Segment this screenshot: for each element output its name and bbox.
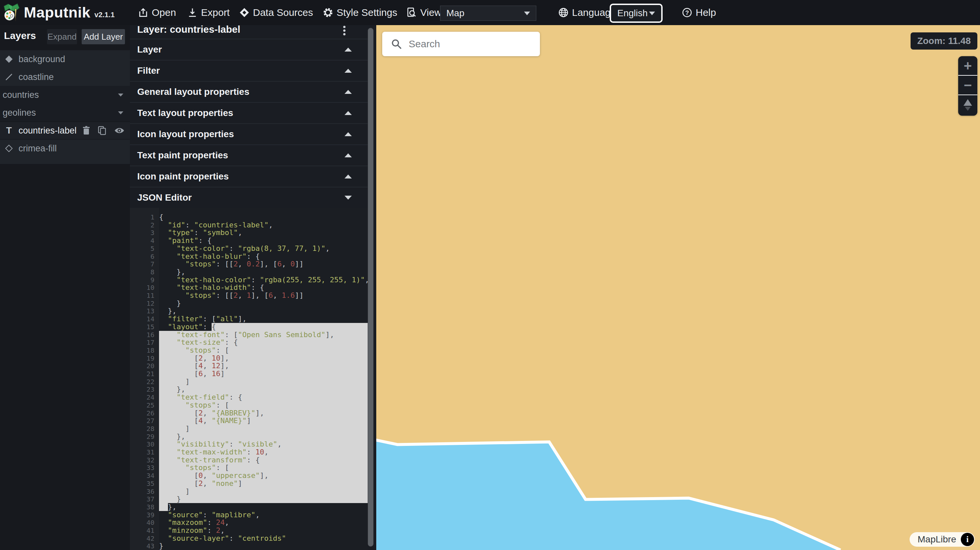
section-general-layout-properties[interactable]: General layout properties	[130, 81, 368, 102]
code-line-19[interactable]: [2, 10],	[159, 354, 368, 362]
expand-button[interactable]: Expand	[47, 29, 77, 44]
delete-icon[interactable]	[82, 126, 90, 135]
export-menu-item[interactable]: Export	[187, 7, 230, 18]
code-line-26[interactable]: [2, "{ABBREV}"],	[159, 409, 368, 417]
code-line-6[interactable]: "text-halo-blur": {	[159, 253, 368, 261]
layer-row-background[interactable]: background	[0, 50, 130, 68]
code-line-13[interactable]: },	[159, 307, 368, 315]
language-menu-item: Language	[558, 7, 616, 18]
code-line-10[interactable]: "text-halo-width": {	[159, 284, 368, 291]
code-line-17[interactable]: "text-size": {	[159, 339, 368, 347]
code-line-38[interactable]: },	[159, 503, 368, 511]
view-icon	[406, 7, 417, 18]
json-editor[interactable]: 1234567891011121314151617181920212223242…	[130, 208, 368, 550]
layer-row-geolines[interactable]: geolines	[0, 104, 130, 122]
line-number: 30	[135, 440, 154, 448]
layer-row-coastline[interactable]: coastline	[0, 68, 130, 86]
visibility-icon[interactable]	[114, 127, 125, 134]
code-line-30[interactable]: "visibility": "visible",	[159, 440, 368, 448]
chevron-down-icon[interactable]	[118, 111, 123, 114]
code-line-11[interactable]: "stops": [[2, 1], [6, 1.6]]	[159, 291, 368, 299]
map-canvas[interactable]: Zoom: 11.48 + − MapLibre i	[376, 25, 980, 550]
code-line-22[interactable]: ]	[159, 378, 368, 386]
json-editor-gutter: 1234567891011121314151617181920212223242…	[130, 208, 159, 550]
style-settings-menu-item[interactable]: Style Settings	[323, 7, 397, 18]
code-line-37[interactable]: }	[159, 495, 368, 503]
map-search-box[interactable]	[382, 32, 540, 56]
code-line-39[interactable]: "source": "maplibre",	[159, 511, 368, 519]
code-line-4[interactable]: "paint": {	[159, 237, 368, 245]
code-line-43[interactable]: }	[159, 542, 368, 550]
layer-row-countries-label[interactable]: Tcountries-label	[0, 122, 130, 140]
view-menu-item: View	[406, 7, 441, 18]
data-sources-menu-item[interactable]: Data Sources	[239, 7, 313, 18]
line-number: 13	[135, 307, 154, 315]
panel-scrollbar[interactable]	[368, 28, 374, 547]
layer-row-crimea-fill[interactable]: crimea-fill	[0, 140, 130, 157]
code-line-23[interactable]: },	[159, 385, 368, 393]
code-line-35[interactable]: [2, "none"]	[159, 480, 368, 488]
panel-scrollbar-thumb[interactable]	[368, 28, 374, 547]
code-line-29[interactable]: },	[159, 433, 368, 440]
code-line-27[interactable]: [4, "{NAME}"]	[159, 417, 368, 425]
compass-button[interactable]	[958, 95, 977, 115]
gear-icon	[323, 7, 333, 18]
code-line-42[interactable]: "source-layer": "centroids"	[159, 534, 368, 542]
code-line-33[interactable]: "stops": [	[159, 464, 368, 472]
code-line-21[interactable]: [6, 16]	[159, 370, 368, 378]
code-line-16[interactable]: "text-font": ["Open Sans Semibold"],	[159, 331, 368, 339]
section-layer[interactable]: Layer	[130, 39, 368, 60]
chevron-down-icon[interactable]	[118, 94, 123, 97]
zoom-in-button[interactable]: +	[958, 56, 977, 76]
line-number: 4	[135, 237, 154, 245]
line-number: 40	[135, 518, 154, 526]
view-select[interactable]: Map	[440, 6, 536, 21]
code-line-24[interactable]: "text-field": {	[159, 393, 368, 401]
code-line-2[interactable]: "id": "countries-label",	[159, 221, 368, 229]
code-line-31[interactable]: "text-max-width": 10,	[159, 448, 368, 456]
section-icon-paint-properties[interactable]: Icon paint properties	[130, 165, 368, 187]
code-line-1[interactable]: {	[159, 213, 368, 221]
layer-row-countries[interactable]: countries	[0, 86, 130, 104]
code-line-32[interactable]: "text-transform": {	[159, 456, 368, 464]
language-select-value: English	[617, 8, 648, 19]
section-text-layout-properties[interactable]: Text layout properties	[130, 102, 368, 123]
code-line-41[interactable]: "minzoom": 2,	[159, 526, 368, 534]
section-json-editor[interactable]: JSON Editor	[130, 187, 368, 208]
layer-menu-kebab-icon[interactable]	[343, 25, 346, 37]
code-line-25[interactable]: "stops": [	[159, 401, 368, 409]
attribution-info-icon[interactable]: i	[961, 533, 974, 546]
open-icon	[138, 7, 148, 18]
help-menu-item[interactable]: ? Help	[682, 7, 716, 18]
code-line-9[interactable]: "text-halo-color": "rgba(255, 255, 255, …	[159, 276, 368, 284]
zoom-out-button[interactable]: −	[958, 76, 977, 95]
section-text-paint-properties[interactable]: Text paint properties	[130, 145, 368, 165]
section-filter[interactable]: Filter	[130, 60, 368, 81]
code-line-14[interactable]: "filter": ["all"],	[159, 315, 368, 323]
duplicate-icon[interactable]	[97, 126, 107, 135]
code-line-36[interactable]: ]	[159, 488, 368, 496]
search-input[interactable]	[409, 38, 528, 49]
language-select[interactable]: English	[611, 5, 661, 21]
code-line-34[interactable]: [0, "uppercase"],	[159, 472, 368, 480]
add-layer-button[interactable]: Add Layer	[82, 29, 125, 44]
code-line-15[interactable]: "layout": {	[159, 323, 368, 331]
code-line-7[interactable]: "stops": [[2, 0.2], [6, 0]]	[159, 260, 368, 268]
json-editor-code[interactable]: { "id": "countries-label", "type": "symb…	[159, 208, 368, 550]
symbol-layer-icon: T	[4, 125, 14, 136]
section-label: Icon layout properties	[137, 129, 234, 140]
help-icon: ?	[682, 7, 692, 18]
code-line-20[interactable]: [4, 12],	[159, 362, 368, 370]
code-line-18[interactable]: "stops": [	[159, 347, 368, 354]
code-line-40[interactable]: "maxzoom": 24,	[159, 518, 368, 526]
code-line-8[interactable]: },	[159, 268, 368, 276]
section-icon-layout-properties[interactable]: Icon layout properties	[130, 123, 368, 145]
fill-outline-icon	[4, 144, 14, 153]
code-line-28[interactable]: ]	[159, 425, 368, 433]
code-line-12[interactable]: }	[159, 299, 368, 307]
code-line-5[interactable]: "text-color": "rgba(8, 37, 77, 1)",	[159, 245, 368, 253]
open-menu-item[interactable]: Open	[138, 7, 176, 18]
attribution-label[interactable]: MapLibre	[918, 534, 956, 545]
layer-name: coastline	[19, 72, 54, 82]
code-line-3[interactable]: "type": "symbol",	[159, 229, 368, 237]
